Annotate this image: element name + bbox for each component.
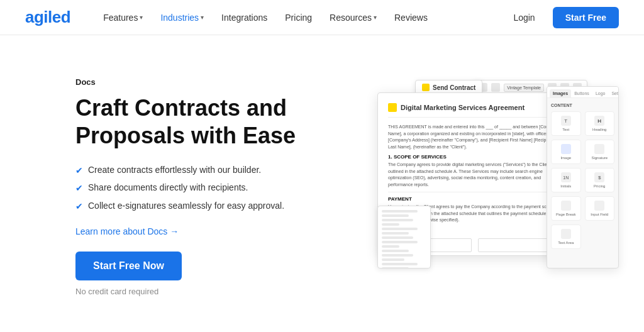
page-break-icon xyxy=(561,201,571,211)
textarea-icon xyxy=(561,229,571,239)
text-icon: T xyxy=(561,116,571,126)
panel-item-signature[interactable]: Signature xyxy=(585,140,615,164)
minimap-line xyxy=(382,250,409,252)
no-credit-card-label: No credit card required xyxy=(75,287,340,296)
minimap-line xyxy=(382,254,413,257)
hero-features: ✔ Create contracts effortlessly with our… xyxy=(75,164,340,213)
doc-payment-title: PAYMENT xyxy=(388,196,562,202)
nav-link-industries[interactable]: Industries ▾ xyxy=(153,9,211,26)
doc-title-bar: Digital Marketing Services Agreement xyxy=(388,103,562,118)
nav-link-pricing[interactable]: Pricing xyxy=(277,9,319,26)
minimap-line xyxy=(382,263,418,265)
panel-item-image[interactable]: Image xyxy=(551,140,581,164)
minimap-line xyxy=(382,214,409,217)
panel-grid: T Text H Heading Image xyxy=(551,111,614,249)
minimap-line xyxy=(382,228,418,230)
doc-file-icon xyxy=(388,103,397,112)
nav-right: Login Start Free xyxy=(506,7,619,28)
hero-tag: Docs xyxy=(75,77,340,87)
nav-login-link[interactable]: Login xyxy=(506,9,542,26)
check-icon: ✔ xyxy=(75,182,83,195)
panel-item-text[interactable]: T Text xyxy=(551,111,581,136)
panel-tabs: Images Buttons Logo Setting xyxy=(547,87,618,98)
panel-tab-images[interactable]: Images xyxy=(550,89,571,97)
chevron-down-icon: ▾ xyxy=(201,14,204,21)
minimap-line xyxy=(382,267,409,268)
input-field-icon xyxy=(594,201,604,211)
navbar: agiled Features ▾ Industries ▾ Integrati… xyxy=(0,0,644,35)
chevron-down-icon: ▾ xyxy=(140,14,143,21)
signature-icon xyxy=(594,144,604,154)
contract-icon xyxy=(422,84,430,91)
learn-more-link[interactable]: Learn more about Docs → xyxy=(75,226,179,236)
panel-item-textarea[interactable]: Text Area xyxy=(551,224,581,249)
image-icon xyxy=(561,144,571,154)
feature-item: ✔ Collect e-signatures seamlessly for ea… xyxy=(75,200,340,213)
nav-start-button[interactable]: Start Free xyxy=(553,7,619,28)
panel-item-heading[interactable]: H Heading xyxy=(585,111,615,136)
panel-item-pricing[interactable]: $ Pricing xyxy=(585,168,615,192)
doc-intro-text: THIS AGREEMENT is made and entered into … xyxy=(388,124,562,150)
minimap-line xyxy=(382,245,399,248)
panel-section-title: CONTENT xyxy=(551,103,614,108)
doc-title: Digital Marketing Services Agreement xyxy=(401,104,525,111)
feature-item: ✔ Share documents directly with recipien… xyxy=(75,182,340,195)
nav-link-reviews[interactable]: Reviews xyxy=(387,9,435,26)
doc-divider xyxy=(388,192,562,192)
hero-section: Docs Craft Contracts andProposals with E… xyxy=(0,35,644,332)
minimap-line xyxy=(382,241,418,243)
minimap-line xyxy=(382,258,404,261)
hero-title: Craft Contracts andProposals with Ease xyxy=(75,94,340,148)
doc-preview: Vintage Template Send Contract Digital M… xyxy=(377,80,619,294)
nav-link-features[interactable]: Features ▾ xyxy=(96,9,150,26)
toolbar-btn[interactable] xyxy=(491,83,500,92)
minimap-line xyxy=(382,232,409,235)
check-icon: ✔ xyxy=(75,165,83,177)
start-free-button[interactable]: Start Free Now xyxy=(75,252,182,280)
doc-scope-title: 1. SCOPE OF SERVICES xyxy=(388,154,562,160)
panel-tab-logo[interactable]: Logo xyxy=(592,89,609,97)
minimap-line xyxy=(382,236,413,239)
logo[interactable]: agiled xyxy=(25,8,70,27)
panel-item-input-field[interactable]: Input Field xyxy=(585,196,615,221)
minimap-line xyxy=(382,223,399,226)
pricing-icon: $ xyxy=(594,172,604,182)
panel-item-page-break[interactable]: Page Break xyxy=(551,196,581,221)
nav-link-resources[interactable]: Resources ▾ xyxy=(322,9,384,26)
hero-right: Vintage Template Send Contract Digital M… xyxy=(377,80,619,294)
heading-icon: H xyxy=(594,116,604,126)
panel-content: CONTENT T Text H Heading xyxy=(547,98,618,260)
panel-tab-setting[interactable]: Setting xyxy=(608,89,619,97)
chevron-down-icon: ▾ xyxy=(374,14,377,21)
hero-left: Docs Craft Contracts andProposals with E… xyxy=(75,77,340,296)
minimap-line xyxy=(382,219,413,221)
panel-section-content: CONTENT T Text H Heading xyxy=(551,103,614,249)
nav-link-integrations[interactable]: Integrations xyxy=(214,9,275,26)
nav-links: Features ▾ Industries ▾ Integrations Pri… xyxy=(96,9,506,26)
feature-item: ✔ Create contracts effortlessly with our… xyxy=(75,164,340,177)
panel-tab-buttons[interactable]: Buttons xyxy=(571,89,592,97)
doc-panel: Images Buttons Logo Setting CONTENT T Te… xyxy=(547,86,619,268)
template-select[interactable]: Vintage Template xyxy=(504,84,544,92)
panel-item-initials[interactable]: 1N Initials xyxy=(551,168,581,192)
check-icon: ✔ xyxy=(75,201,83,213)
initials-icon: 1N xyxy=(561,172,571,182)
doc-minimap xyxy=(377,206,431,268)
minimap-line xyxy=(382,210,418,213)
doc-scope-text: The Company agrees to provide digital ma… xyxy=(388,162,562,188)
